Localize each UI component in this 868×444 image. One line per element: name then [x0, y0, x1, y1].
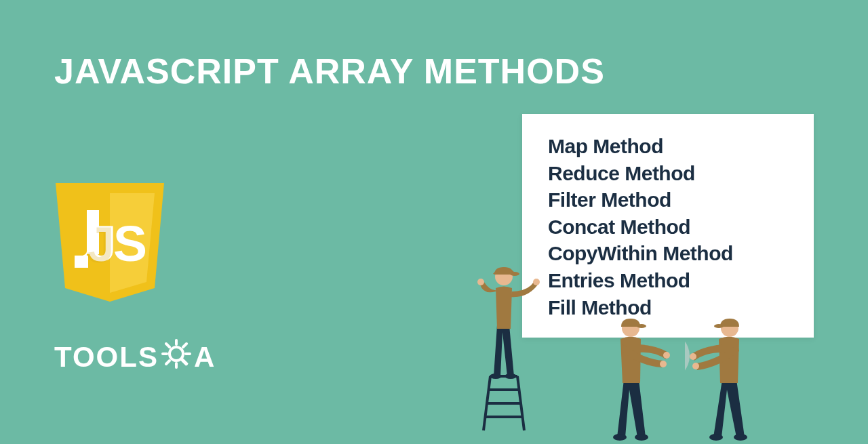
svg-point-33 — [685, 333, 690, 379]
svg-point-37 — [690, 353, 696, 360]
svg-text:S: S — [113, 215, 147, 272]
svg-point-40 — [714, 324, 724, 328]
methods-card: Map Method Reduce Method Filter Method C… — [522, 114, 814, 338]
svg-line-14 — [180, 358, 187, 365]
method-item: CopyWithin Method — [548, 240, 788, 267]
method-item: Reduce Method — [548, 160, 788, 187]
illustration-person-carry-right — [685, 312, 773, 441]
svg-text:J: J — [86, 216, 115, 273]
svg-point-35 — [709, 434, 723, 441]
svg-point-22 — [505, 374, 517, 379]
svg-point-36 — [734, 434, 747, 441]
svg-line-12 — [166, 361, 170, 364]
svg-point-24 — [533, 279, 540, 285]
svg-line-10 — [166, 344, 170, 347]
illustration-person-ladder — [470, 258, 545, 434]
svg-line-13 — [183, 344, 186, 347]
method-item: Map Method — [548, 133, 788, 160]
toolsqa-logo: TOOLS A — [54, 338, 216, 377]
svg-point-21 — [490, 374, 502, 379]
svg-point-27 — [613, 434, 627, 441]
method-item: Entries Method — [548, 267, 788, 294]
logo-text-tools: TOOLS — [54, 341, 159, 374]
svg-point-29 — [663, 352, 670, 359]
svg-point-28 — [635, 434, 648, 441]
method-item: Concat Method — [548, 214, 788, 241]
svg-point-26 — [510, 272, 519, 276]
svg-point-32 — [637, 324, 646, 328]
svg-point-38 — [692, 363, 699, 369]
js-logo-icon: J S J — [56, 183, 164, 305]
gear-icon — [160, 338, 193, 377]
logo-text-a: A — [194, 341, 216, 374]
illustration-person-carry-left — [590, 312, 678, 441]
svg-point-23 — [477, 279, 484, 285]
method-item: Filter Method — [548, 186, 788, 214]
svg-point-30 — [660, 361, 667, 367]
page-title: JAVASCRIPT ARRAY METHODS — [54, 51, 605, 92]
